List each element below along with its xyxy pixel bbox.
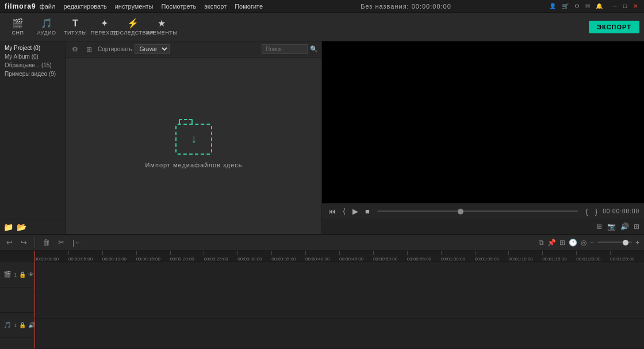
title-bar-left: filmora9 файл редактировать инструменты …	[5, 2, 263, 10]
snp-icon: 🎬	[12, 18, 24, 29]
tl-right-tools: ⧉ 📌 ⊞ 🕐 ◎ − +	[539, 239, 639, 247]
effects-icon: ⚡	[127, 18, 139, 29]
audio-track-content[interactable]	[34, 319, 644, 350]
tl-cut-button[interactable]: ✂	[56, 237, 66, 248]
toolbar-audio[interactable]: 🎵 АУДИО	[33, 15, 60, 39]
video-track-content[interactable]	[34, 262, 644, 293]
playhead[interactable]	[34, 251, 35, 262]
import-button[interactable]: 📂	[17, 223, 26, 232]
middle-track-content[interactable]	[34, 293, 644, 319]
tl-delete-button[interactable]: 🗑	[41, 237, 52, 248]
toolbar-snp[interactable]: 🎬 СНП	[5, 15, 31, 39]
audio-track-icon: 🎵	[3, 321, 12, 329]
titles-label: ТИТУЛЫ	[64, 30, 87, 36]
app-logo: filmora9	[5, 2, 36, 10]
sort-label: Сортировать	[98, 46, 132, 52]
preview-play[interactable]: ▶	[351, 206, 360, 217]
preview-skip-back[interactable]: ⏮	[327, 206, 338, 217]
filter-button[interactable]: ⚙	[70, 44, 80, 55]
import-drop-text: Импорт медиафайлов здесь	[145, 162, 242, 168]
preview-settings-icon[interactable]: ⊞	[634, 223, 639, 231]
tl-redo-button[interactable]: ↪	[19, 237, 29, 248]
sidebar-project[interactable]: My Project (0)	[0, 44, 66, 52]
timeline-ruler[interactable]: 00:00:00:0000:00:05:0000:00:10:0000:00:1…	[34, 251, 644, 262]
menu-file[interactable]: файл	[40, 3, 56, 10]
grid-view-button[interactable]: ⊞	[84, 44, 94, 55]
menu-tools[interactable]: инструменты	[115, 3, 154, 10]
toolbar-effects[interactable]: ⚡ ПОСЛЕДСТВИЯ	[120, 15, 146, 39]
title-center: Без названия: 00:00:00:00	[361, 3, 451, 10]
transition-icon: ✦	[101, 18, 108, 29]
video-track-label: 🎬 1 🔒 👁	[0, 262, 34, 287]
track-labels: 🎬 1 🔒 👁 🎵 1 🔒 🔊	[0, 251, 34, 349]
video-track-lock[interactable]: 🔒	[19, 271, 26, 278]
preview-stop[interactable]: ■	[363, 206, 371, 217]
main-area: My Project (0) My Album (0) Образцыве...…	[0, 41, 644, 234]
timeline-body: 🎬 1 🔒 👁 🎵 1 🔒 🔊 00:00:00:0000:00:05:0000…	[0, 251, 644, 349]
elements-label: ЭЛЕМЕНТЫ	[145, 30, 178, 36]
media-drop-area[interactable]: ↓ Импорт медиафайлов здесь	[66, 57, 321, 234]
preview-monitor-icon[interactable]: 🖥	[596, 223, 603, 231]
sidebar-tabs: My Project (0) My Album (0) Образцыве...…	[0, 41, 66, 80]
menu-view[interactable]: Посмотреть	[162, 3, 197, 10]
title-right: 👤 🛒 ⚙ ✉ 🔔 ─ □ ✕	[549, 2, 639, 10]
menu-bar: файл редактировать инструменты Посмотрет…	[40, 3, 263, 10]
menu-edit[interactable]: редактировать	[63, 3, 106, 10]
toolbar-elements[interactable]: ★ ЭЛЕМЕНТЫ	[148, 15, 175, 39]
menu-help[interactable]: Помогите	[235, 3, 263, 10]
audio-track-lock[interactable]: 🔒	[19, 322, 26, 328]
export-button[interactable]: ЭКСПОРТ	[589, 21, 639, 33]
timeline-toolbar: ↩ ↪ 🗑 ✂ |← ⧉ 📌 ⊞ 🕐 ◎ − +	[0, 235, 644, 251]
maximize-button[interactable]: □	[621, 2, 629, 10]
tl-clock-icon[interactable]: 🕐	[569, 239, 577, 247]
elements-icon: ★	[158, 18, 166, 29]
preview-bracket-right[interactable]: }	[593, 206, 599, 217]
preview-progress-thumb[interactable]	[458, 209, 463, 214]
window-title: Без названия: 00:00:00:00	[361, 3, 451, 10]
sidebar-album[interactable]: My Album (0)	[0, 52, 66, 61]
tl-grid-icon[interactable]: ⊞	[559, 239, 565, 247]
preview-volume-icon[interactable]: 🔊	[620, 223, 629, 231]
sort-select[interactable]: Gravar	[135, 44, 170, 54]
preview-footer: 🖥 📷 🔊 ⊞	[322, 219, 644, 234]
search-icon[interactable]: 🔍	[310, 45, 318, 53]
preview-controls: ⏮ ⟨ ▶ ■ { } 00:00:00:00	[322, 203, 644, 219]
tracks-container	[34, 262, 644, 349]
video-track-number: 1	[14, 272, 17, 278]
preview-panel: ⏮ ⟨ ▶ ■ { } 00:00:00:00 🖥 📷 🔊 ⊞	[322, 41, 644, 234]
search-input[interactable]	[262, 44, 308, 54]
media-search: 🔍	[262, 44, 318, 54]
tl-circle-icon[interactable]: ◎	[581, 239, 586, 247]
tl-pin-icon[interactable]: 📌	[547, 239, 556, 247]
tl-plus-icon[interactable]: +	[635, 239, 639, 247]
tl-undo-button[interactable]: ↩	[5, 237, 14, 248]
audio-label: АУДИО	[37, 30, 56, 36]
media-toolbar: ⚙ ⊞ Сортировать Gravar 🔍	[66, 41, 321, 57]
middle-track-label	[0, 287, 34, 313]
audio-track-number: 1	[14, 323, 17, 328]
sidebar-footer: 📁 📂	[0, 220, 66, 234]
add-folder-button[interactable]: 📁	[3, 223, 13, 232]
menu-export[interactable]: экспорт	[204, 3, 227, 10]
sidebar: My Project (0) My Album (0) Образцыве...…	[0, 41, 66, 234]
preview-progress-bar[interactable]	[377, 210, 578, 212]
toolbar-titles[interactable]: T ТИТУЛЫ	[62, 15, 89, 39]
tl-minus-icon[interactable]: −	[590, 239, 594, 247]
minimize-button[interactable]: ─	[611, 2, 619, 10]
preview-bracket-left[interactable]: {	[584, 206, 589, 217]
timeline-area: ↩ ↪ 🗑 ✂ |← ⧉ 📌 ⊞ 🕐 ◎ − + 🎬 1 🔒	[0, 234, 644, 349]
video-track-visibility[interactable]: 👁	[28, 271, 34, 278]
preview-snapshot-icon[interactable]: 📷	[607, 223, 616, 231]
import-arrow-icon: ↓	[191, 132, 197, 145]
sidebar-examples[interactable]: Примеры видео (9)	[0, 70, 66, 78]
tl-split-button[interactable]: |←	[71, 237, 83, 248]
tl-zoom-thumb[interactable]	[623, 240, 628, 246]
preview-screen	[322, 41, 644, 203]
sidebar-samples[interactable]: Образцыве... (15)	[0, 61, 66, 70]
media-panel: ⚙ ⊞ Сортировать Gravar 🔍 ↓ Импорт медиаф…	[66, 41, 322, 234]
close-button[interactable]: ✕	[631, 2, 639, 10]
sort-control[interactable]: Сортировать Gravar	[98, 44, 170, 54]
preview-prev-frame[interactable]: ⟨	[341, 206, 347, 217]
tl-clip-icon[interactable]: ⧉	[539, 239, 544, 247]
tl-zoom-slider[interactable]	[597, 241, 632, 243]
